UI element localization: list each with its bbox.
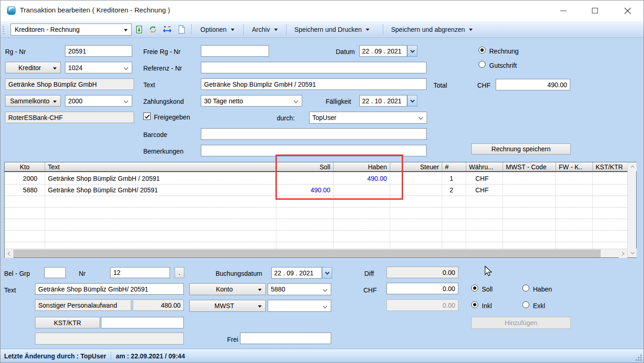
column-header-kto[interactable]: Kto <box>5 162 45 171</box>
toolbar-grip[interactable] <box>3 26 4 35</box>
konto-value: 5880 <box>271 286 285 293</box>
column-header-mwst-code[interactable]: MWST - Code <box>503 162 556 171</box>
menu-speichern-abgrenzen[interactable]: Speichern und abgrenzen <box>386 24 477 36</box>
haben-radio[interactable] <box>522 285 529 292</box>
faelligkeit-dropdown-button[interactable] <box>407 95 417 107</box>
window-title: Transaktion bearbeiten ( Kreditoren - Re… <box>20 6 170 14</box>
close-button[interactable] <box>617 0 638 21</box>
entry-text-input[interactable] <box>35 283 184 295</box>
buchungsdatum-dropdown-button[interactable] <box>322 267 332 279</box>
haben-radio-label: Haben <box>533 286 552 293</box>
chevron-down-icon <box>124 29 128 31</box>
hinzufuegen-button[interactable]: Hinzufügen <box>471 317 571 329</box>
kst-ktr-input[interactable] <box>101 317 184 328</box>
toolbar-separator <box>243 24 244 35</box>
maximize-button[interactable] <box>584 0 605 21</box>
column-header-nr[interactable]: # <box>442 162 466 171</box>
column-header-fw-k[interactable]: FW - K.. <box>556 162 593 171</box>
freie-rg-nr-input[interactable] <box>201 45 269 57</box>
column-header-kst-ktr[interactable]: KST/KTR <box>593 162 627 171</box>
chevron-down-icon <box>323 287 328 292</box>
minimize-button[interactable] <box>553 0 574 21</box>
durch-value: TopUser <box>312 114 336 121</box>
faelligkeit-field[interactable]: 22 . 10 . 2021 <box>359 95 407 107</box>
cell-nr: 1 <box>442 173 466 184</box>
chevron-down-icon <box>323 304 328 309</box>
sammelkonto-dropdown-button[interactable]: Sammelkonto <box>5 95 61 107</box>
menu-speichern-drucken[interactable]: Speichern und Drucken <box>290 24 374 36</box>
total-currency-label: CHF <box>477 82 491 89</box>
entry-chf-label: CHF <box>363 286 377 294</box>
gutschrift-radio-label: Gutschrift <box>489 62 517 69</box>
zahlungskond-combobox[interactable]: 30 Tage netto <box>201 95 302 107</box>
import-document-button[interactable] <box>133 24 145 35</box>
referenz-label: Referenz - Nr <box>143 65 182 72</box>
kreditor-nr-value: 1024 <box>68 64 82 71</box>
toolbar-separator <box>191 24 192 35</box>
durch-combobox[interactable]: TopUser <box>309 112 427 124</box>
horizontal-scroll-thumb[interactable] <box>13 250 601 257</box>
rechnung-radio[interactable] <box>479 47 486 54</box>
rg-nr-input[interactable] <box>65 45 132 57</box>
new-document-button[interactable] <box>176 24 187 35</box>
referenz-input[interactable] <box>201 62 427 73</box>
nr-input[interactable] <box>110 267 170 278</box>
freigegeben-checkbox[interactable] <box>143 113 151 120</box>
scroll-down-button[interactable] <box>628 249 637 257</box>
chevron-down-icon <box>258 305 262 308</box>
konto-button-label: Konto <box>216 286 233 293</box>
transaction-type-combobox[interactable]: Kreditoren - Rechnung <box>11 24 132 36</box>
kst-ktr-button[interactable]: KST/KTR <box>35 317 100 328</box>
menu-archiv[interactable]: Archiv <box>247 24 282 36</box>
exkl-radio[interactable] <box>522 301 529 308</box>
cell-kst-ktr <box>593 173 627 184</box>
kreditor-nr-combobox[interactable]: 1024 <box>65 62 132 73</box>
scroll-right-button[interactable] <box>619 249 627 258</box>
column-header-text[interactable]: Text <box>45 162 276 171</box>
table-empty-row <box>5 219 627 231</box>
resize-grip-icon[interactable] <box>636 355 642 361</box>
refresh-button[interactable] <box>147 24 159 35</box>
title-bar: Transaktion bearbeiten ( Kreditoren - Re… <box>0 0 644 21</box>
chevron-down-icon <box>294 99 299 103</box>
frei-input[interactable] <box>240 333 331 344</box>
kreditor-button-label: Kreditor <box>18 64 41 71</box>
mwst-dropdown-button[interactable]: MWST <box>189 300 266 312</box>
status-timestamp: am : 22.09.2021 / 09:44 <box>116 352 185 360</box>
durch-label: durch: <box>277 114 295 122</box>
cell-kst-ktr <box>593 184 627 196</box>
scroll-left-button[interactable] <box>5 249 13 258</box>
inkl-radio[interactable] <box>471 301 478 308</box>
horizontal-scrollbar[interactable] <box>5 249 627 257</box>
menu-optionen[interactable]: Optionen <box>196 24 239 36</box>
datum-dropdown-button[interactable] <box>407 45 417 57</box>
bel-grp-input[interactable] <box>44 267 66 278</box>
rechnung-speichern-button[interactable]: Rechnung speichern <box>471 143 571 155</box>
mwst-combobox[interactable] <box>268 300 331 312</box>
dot-button[interactable]: . <box>175 267 184 278</box>
chevron-left-icon <box>8 251 12 255</box>
menu-optionen-label: Optionen <box>200 26 227 33</box>
datum-field[interactable]: 22 . 09 . 2021 <box>359 45 407 57</box>
scroll-up-button[interactable] <box>628 162 637 171</box>
konto-name-field: Sonstiger Personalaufwand <box>35 299 131 311</box>
kreditor-dropdown-button[interactable]: Kreditor <box>5 62 61 73</box>
total-label: Total <box>433 82 447 89</box>
sammelkonto-nr-combobox[interactable]: 2000 <box>65 95 132 107</box>
buchungsdatum-field[interactable]: 22 . 09 . 2021 <box>271 267 322 279</box>
mouse-cursor <box>483 266 493 277</box>
barcode-input[interactable] <box>201 128 427 140</box>
vertical-scrollbar[interactable] <box>627 162 636 257</box>
column-width-button[interactable] <box>161 24 173 35</box>
total-input[interactable] <box>496 79 570 90</box>
soll-radio[interactable] <box>471 285 478 292</box>
konto-combobox[interactable]: 5880 <box>268 283 331 295</box>
text-input[interactable] <box>201 78 427 90</box>
konto-dropdown-button[interactable]: Konto <box>189 283 266 295</box>
entry-amount-input[interactable] <box>386 283 458 294</box>
column-header-waehrung[interactable]: Währu... <box>466 162 503 171</box>
chevron-down-icon <box>274 29 278 31</box>
gutschrift-radio[interactable] <box>479 61 486 68</box>
chevron-down-icon <box>53 67 57 70</box>
empty-gray-field <box>35 333 184 345</box>
